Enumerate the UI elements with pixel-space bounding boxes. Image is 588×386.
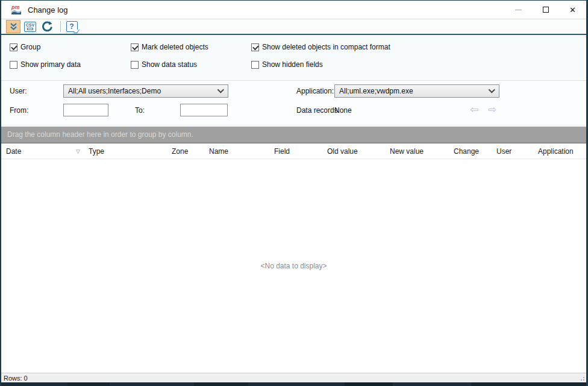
user-label: User: bbox=[10, 87, 27, 95]
group-by-drop-zone[interactable]: Drag the column header here in order to … bbox=[1, 127, 586, 144]
previous-record-arrow-icon[interactable]: ⇦ bbox=[470, 104, 478, 115]
toolbar: CSV ? bbox=[1, 19, 586, 35]
csv-export-icon: CSV bbox=[24, 22, 36, 32]
checkbox-mark-deleted-objects[interactable]: Mark deleted objects bbox=[131, 43, 208, 51]
minimize-icon bbox=[515, 10, 522, 10]
sort-descending-icon[interactable]: ▽ bbox=[76, 148, 80, 154]
close-button[interactable]: ✕ bbox=[559, 1, 586, 19]
application-label: Application: bbox=[296, 87, 334, 95]
to-input[interactable] bbox=[180, 104, 228, 116]
column-header-type[interactable]: Type bbox=[84, 144, 167, 159]
group-by-hint: Drag the column header here in order to … bbox=[7, 130, 193, 139]
checkbox-label: Show primary data bbox=[20, 60, 81, 69]
column-header-new-value[interactable]: New value bbox=[385, 144, 449, 159]
chevron-down-icon bbox=[489, 86, 495, 93]
data-records-label: Data records: bbox=[296, 106, 340, 115]
change-log-window: pm Change log ✕ CSV bbox=[0, 0, 588, 386]
chevron-down-icon bbox=[217, 86, 224, 93]
checkbox-box[interactable] bbox=[251, 61, 259, 69]
export-csv-button[interactable]: CSV bbox=[23, 20, 37, 33]
checkbox-box[interactable] bbox=[131, 43, 139, 51]
application-dropdown[interactable]: All;uml.exe;vwdpm.exe bbox=[334, 84, 499, 98]
toolbar-separator bbox=[60, 21, 61, 32]
help-button[interactable]: ? bbox=[64, 20, 79, 33]
rows-count: Rows: 0 bbox=[4, 375, 28, 382]
caption-buttons: ✕ bbox=[505, 1, 586, 19]
grid-header-row: Date ▽ Type Zone Name Field Old value Ne… bbox=[1, 144, 586, 159]
checkbox-box[interactable] bbox=[131, 61, 139, 69]
checkbox-label: Group bbox=[20, 43, 40, 51]
double-chevron-down-icon bbox=[10, 22, 17, 31]
checkbox-label: Show hidden fields bbox=[262, 60, 323, 69]
group-by-area: Drag the column header here in order to … bbox=[1, 124, 586, 144]
window-title: Change log bbox=[28, 5, 68, 14]
checkbox-show-hidden-fields[interactable]: Show hidden fields bbox=[251, 60, 323, 69]
to-label: To: bbox=[135, 106, 145, 115]
close-icon: ✕ bbox=[569, 6, 576, 14]
checkbox-label: Show deleted objects in compact format bbox=[262, 43, 390, 51]
toggle-filter-panel-button[interactable] bbox=[6, 20, 20, 33]
column-header-application[interactable]: Application bbox=[533, 144, 586, 159]
user-dropdown-value: All;All users;Interfaces;Demo bbox=[68, 87, 161, 95]
no-data-message: <No data to display> bbox=[260, 262, 327, 270]
application-dropdown-value: All;uml.exe;vwdpm.exe bbox=[339, 87, 413, 95]
next-record-arrow-icon[interactable]: ⇨ bbox=[488, 104, 496, 115]
filter-options-panel: Group Mark deleted objects Show deleted … bbox=[1, 35, 586, 80]
from-input[interactable] bbox=[63, 104, 108, 116]
column-header-old-value[interactable]: Old value bbox=[322, 144, 385, 159]
column-header-zone[interactable]: Zone bbox=[167, 144, 204, 159]
user-dropdown[interactable]: All;All users;Interfaces;Demo bbox=[63, 84, 228, 98]
column-header-date[interactable]: Date ▽ bbox=[1, 144, 84, 159]
status-bar: Rows: 0 bbox=[1, 373, 586, 382]
app-icon: pm bbox=[11, 4, 22, 15]
checkbox-show-deleted-compact[interactable]: Show deleted objects in compact format bbox=[251, 43, 390, 51]
resize-grip[interactable] bbox=[580, 376, 585, 381]
data-records-value: None bbox=[334, 106, 352, 115]
checkbox-label: Show data status bbox=[142, 60, 197, 69]
column-header-name[interactable]: Name bbox=[204, 144, 269, 159]
checkbox-group[interactable]: Group bbox=[10, 43, 40, 51]
checkbox-box[interactable] bbox=[10, 43, 17, 51]
minimize-button[interactable] bbox=[505, 1, 532, 19]
column-header-field[interactable]: Field bbox=[269, 144, 322, 159]
checkbox-show-primary-data[interactable]: Show primary data bbox=[10, 60, 81, 69]
maximize-icon bbox=[543, 7, 549, 13]
help-icon: ? bbox=[66, 21, 78, 32]
refresh-icon bbox=[42, 21, 53, 33]
checkbox-label: Mark deleted objects bbox=[142, 43, 208, 51]
query-panel: User: All;All users;Interfaces;Demo Appl… bbox=[1, 80, 586, 124]
grid-body[interactable]: <No data to display> bbox=[1, 159, 586, 373]
column-header-change[interactable]: Change bbox=[449, 144, 492, 159]
checkbox-box[interactable] bbox=[251, 43, 259, 51]
refresh-button[interactable] bbox=[40, 20, 54, 33]
checkbox-box[interactable] bbox=[10, 61, 17, 69]
svg-text:pm: pm bbox=[11, 4, 20, 10]
checkbox-show-data-status[interactable]: Show data status bbox=[131, 60, 197, 69]
maximize-button[interactable] bbox=[532, 1, 559, 19]
taskbar-strip bbox=[1, 382, 586, 386]
from-label: From: bbox=[10, 106, 28, 115]
titlebar: pm Change log ✕ bbox=[1, 1, 586, 19]
column-header-user[interactable]: User bbox=[492, 144, 533, 159]
